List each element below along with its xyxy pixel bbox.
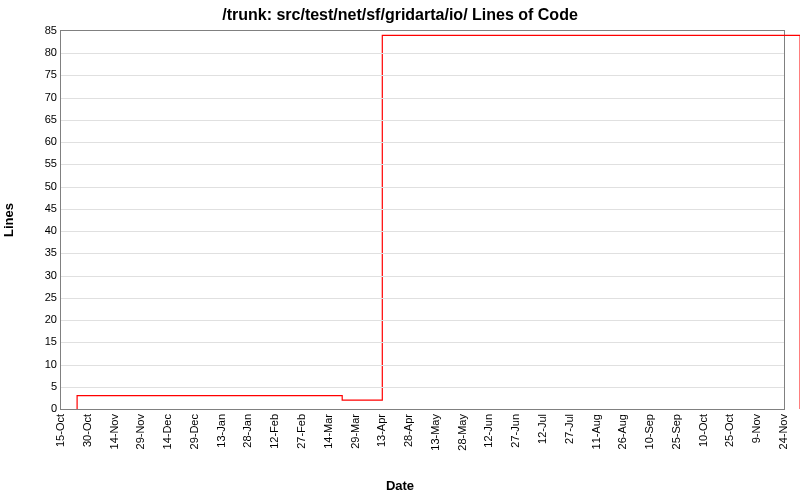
gridline-h — [61, 320, 784, 321]
x-tick-label: 10-Sep — [643, 414, 655, 449]
x-tick-label: 29-Dec — [188, 414, 200, 449]
x-tick-label: 24-Nov — [777, 414, 789, 449]
y-tick-label: 65 — [27, 113, 57, 125]
gridline-h — [61, 98, 784, 99]
x-tick-label: 13-Jan — [215, 414, 227, 448]
y-tick-label: 75 — [27, 68, 57, 80]
x-tick-label: 27-Jul — [563, 414, 575, 444]
x-tick-label: 11-Aug — [590, 414, 602, 449]
gridline-h — [61, 365, 784, 366]
x-tick-label: 14-Dec — [161, 414, 173, 449]
y-tick-label: 50 — [27, 180, 57, 192]
gridline-h — [61, 253, 784, 254]
x-tick-label: 25-Oct — [723, 414, 735, 447]
x-axis-label: Date — [0, 478, 800, 493]
gridline-h — [61, 164, 784, 165]
y-tick-label: 40 — [27, 224, 57, 236]
y-axis-label: Lines — [1, 203, 16, 237]
y-tick-label: 55 — [27, 157, 57, 169]
x-tick-label: 13-Apr — [375, 414, 387, 447]
gridline-h — [61, 231, 784, 232]
y-tick-label: 60 — [27, 135, 57, 147]
x-tick-label: 14-Nov — [108, 414, 120, 449]
y-tick-label: 15 — [27, 335, 57, 347]
x-tick-label: 28-May — [456, 414, 468, 451]
x-tick-label: 30-Oct — [81, 414, 93, 447]
x-tick-label: 27-Jun — [509, 414, 521, 448]
x-tick-label: 10-Oct — [697, 414, 709, 447]
plot-area — [60, 30, 785, 410]
gridline-h — [61, 298, 784, 299]
y-tick-label: 10 — [27, 358, 57, 370]
x-tick-label: 14-Mar — [322, 414, 334, 449]
y-tick-label: 85 — [27, 24, 57, 36]
gridline-h — [61, 120, 784, 121]
y-tick-label: 5 — [27, 380, 57, 392]
y-tick-label: 25 — [27, 291, 57, 303]
x-tick-label: 26-Aug — [616, 414, 628, 449]
gridline-h — [61, 187, 784, 188]
data-line-svg — [61, 31, 784, 409]
gridline-h — [61, 387, 784, 388]
y-tick-label: 30 — [27, 269, 57, 281]
x-tick-label: 29-Mar — [349, 414, 361, 449]
x-tick-label: 12-Feb — [268, 414, 280, 449]
series-loc-line — [77, 35, 800, 409]
y-tick-label: 35 — [27, 246, 57, 258]
gridline-h — [61, 142, 784, 143]
x-tick-label: 12-Jun — [482, 414, 494, 448]
gridline-h — [61, 75, 784, 76]
y-tick-label: 70 — [27, 91, 57, 103]
y-tick-label: 45 — [27, 202, 57, 214]
x-tick-label: 9-Nov — [750, 414, 762, 443]
x-tick-label: 15-Oct — [54, 414, 66, 447]
gridline-h — [61, 342, 784, 343]
y-tick-label: 0 — [27, 402, 57, 414]
x-tick-label: 28-Apr — [402, 414, 414, 447]
y-tick-label: 80 — [27, 46, 57, 58]
x-tick-label: 13-May — [429, 414, 441, 451]
x-tick-label: 29-Nov — [134, 414, 146, 449]
y-tick-label: 20 — [27, 313, 57, 325]
x-tick-label: 28-Jan — [241, 414, 253, 448]
gridline-h — [61, 276, 784, 277]
chart-title: /trunk: src/test/net/sf/gridarta/io/ Lin… — [0, 6, 800, 24]
x-tick-label: 27-Feb — [295, 414, 307, 449]
x-tick-label: 12-Jul — [536, 414, 548, 444]
gridline-h — [61, 53, 784, 54]
gridline-h — [61, 209, 784, 210]
x-tick-label: 25-Sep — [670, 414, 682, 449]
chart-container: /trunk: src/test/net/sf/gridarta/io/ Lin… — [0, 0, 800, 500]
